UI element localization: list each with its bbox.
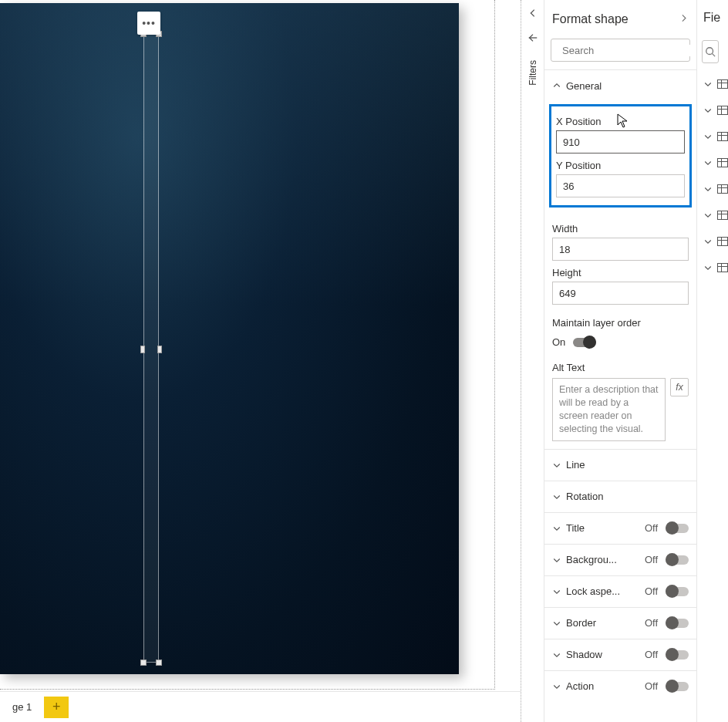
table-icon [717,237,728,246]
more-options-button[interactable]: ••• [137,12,160,35]
title-toggle[interactable] [666,524,689,533]
search-icon [705,46,716,57]
search-input-wrapper[interactable] [551,39,690,62]
chevron-down-icon [552,619,561,628]
section-general[interactable]: General [544,70,696,101]
chevron-down-icon [703,79,713,89]
section-rotation[interactable]: Rotation [544,481,696,512]
field-table-row[interactable] [697,202,728,228]
resize-handle[interactable] [157,346,162,353]
selected-shape[interactable] [143,34,159,663]
maintain-layer-state: On [552,336,565,348]
field-table-row[interactable] [697,255,728,281]
chevron-down-icon [552,461,561,470]
height-label: Height [552,267,689,278]
x-position-input[interactable] [556,130,685,154]
maintain-layer-label: Maintain layer order [552,317,689,329]
section-action[interactable]: Action Off [544,671,696,702]
chevron-down-icon [552,682,561,691]
chevron-down-icon [552,587,561,596]
fields-title: Fie [697,11,728,39]
chevron-down-icon [552,650,561,660]
chevron-down-icon [703,158,713,167]
background-toggle[interactable] [666,555,689,565]
y-position-label: Y Position [556,160,685,171]
chevron-down-icon [552,524,561,533]
next-pane-icon[interactable] [679,12,689,26]
table-icon [717,263,728,272]
search-input[interactable] [562,45,692,56]
section-shadow[interactable]: Shadow Off [544,639,696,670]
report-canvas[interactable]: ••• ge 1 + [0,0,521,722]
table-icon [717,106,728,115]
xy-highlight: X Position Y Position [549,104,692,207]
panel-rail: Filters [521,0,544,722]
field-table-row[interactable] [697,123,728,150]
section-background[interactable]: Backgrou... Off [544,545,696,575]
table-icon [717,158,728,167]
section-border[interactable]: Border Off [544,608,696,639]
table-icon [717,79,728,89]
field-table-row[interactable] [697,71,728,97]
section-line[interactable]: Line [544,450,696,481]
shadow-toggle[interactable] [666,650,689,660]
collapse-icon[interactable] [527,8,538,22]
chevron-down-icon [703,211,713,220]
filters-icon[interactable] [527,32,538,46]
chevron-down-icon [703,106,713,115]
section-title[interactable]: Title Off [544,513,696,544]
width-input[interactable] [552,238,689,261]
lock-aspect-toggle[interactable] [666,587,689,596]
filters-label[interactable]: Filters [527,60,538,86]
svg-point-2 [706,48,713,55]
format-shape-pane: Format shape General X Position Y Positi… [544,0,697,722]
table-icon [717,132,728,141]
pane-title: Format shape [552,12,629,26]
fields-pane: Fie [697,0,728,722]
chevron-down-icon [703,237,713,246]
height-input[interactable] [552,282,689,305]
section-lock-aspect[interactable]: Lock aspe... Off [544,576,696,607]
alt-fx-button[interactable]: fx [670,378,689,396]
chevron-up-icon [552,81,561,90]
action-toggle[interactable] [666,682,689,691]
resize-handle[interactable] [140,660,147,666]
width-label: Width [552,223,689,234]
x-position-label: X Position [556,116,685,127]
alt-text-label: Alt Text [552,362,689,373]
chevron-down-icon [703,184,713,194]
alt-text-input[interactable]: Enter a description that will be read by… [552,378,666,441]
field-table-row[interactable] [697,150,728,176]
chevron-down-icon [552,555,561,565]
resize-handle[interactable] [156,660,162,666]
page-tabs-bar: ge 1 + [0,691,521,722]
field-table-row[interactable] [697,97,728,123]
table-icon [717,211,728,220]
chevron-down-icon [703,263,713,272]
table-icon [717,184,728,194]
resize-handle[interactable] [140,346,145,353]
svg-line-3 [713,54,716,57]
add-page-button[interactable]: + [44,697,69,718]
page-tab[interactable]: ge 1 [5,697,39,717]
field-table-row[interactable] [697,228,728,255]
field-table-row[interactable] [697,176,728,202]
chevron-down-icon [703,132,713,141]
maintain-layer-toggle[interactable] [573,338,596,347]
y-position-input[interactable] [556,174,685,197]
fields-search[interactable] [702,40,719,63]
background-visual [0,3,459,674]
border-toggle[interactable] [666,619,689,628]
chevron-down-icon [552,492,561,501]
